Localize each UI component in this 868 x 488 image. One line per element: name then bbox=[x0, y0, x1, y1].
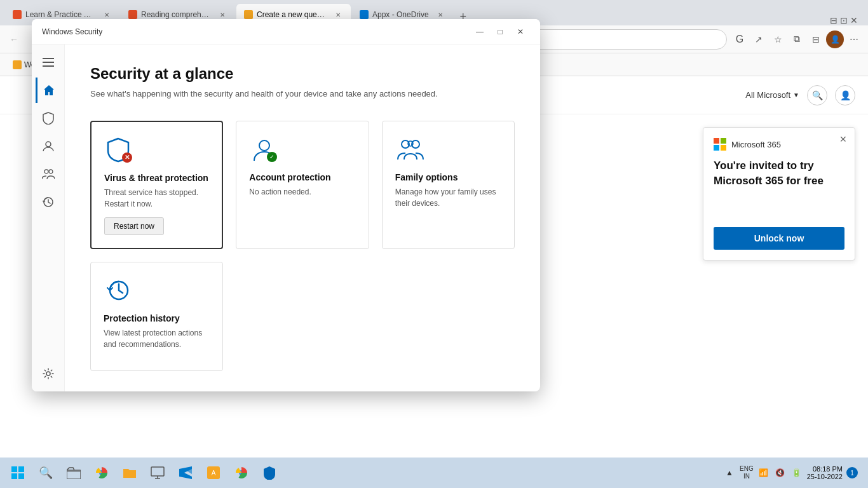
microsoft-logo-grid bbox=[714, 138, 726, 151]
svg-rect-2 bbox=[43, 65, 54, 67]
monitor-icon bbox=[151, 466, 165, 479]
tab-close-3[interactable]: ✕ bbox=[333, 10, 343, 20]
windows-security-dialog: Windows Security — □ ✕ bbox=[32, 19, 540, 391]
taskbar-file-manager[interactable] bbox=[61, 460, 86, 485]
sidebar-menu-button[interactable] bbox=[36, 50, 61, 75]
tab-favicon-3 bbox=[244, 10, 253, 19]
profile-sidebar-icon[interactable]: ⊟ bbox=[807, 30, 825, 48]
svg-rect-14 bbox=[18, 466, 24, 472]
tray-battery-icon[interactable]: 🔋 bbox=[790, 466, 803, 479]
taskbar-file-explorer-2[interactable] bbox=[117, 460, 142, 485]
account-card-description: No action needed. bbox=[249, 186, 355, 198]
svg-rect-1 bbox=[43, 62, 54, 63]
back-button[interactable]: ← bbox=[5, 30, 23, 48]
svg-rect-13 bbox=[11, 466, 17, 472]
start-button[interactable] bbox=[5, 460, 31, 485]
tab-close-4[interactable]: ✕ bbox=[435, 10, 445, 20]
tab-label-4: Appx - OneDrive bbox=[372, 10, 429, 19]
tab-close-2[interactable]: ✕ bbox=[217, 10, 227, 20]
toolbar-actions: G ↗ ☆ ⧉ ⊟ 👤 ⋯ bbox=[731, 30, 863, 48]
dialog-body: Security at a glance See what's happenin… bbox=[32, 44, 540, 391]
tab-favicon-4 bbox=[360, 10, 369, 19]
tray-volume-icon[interactable]: 🔇 bbox=[774, 466, 787, 479]
all-microsoft-nav[interactable]: All Microsoft ▼ bbox=[745, 90, 799, 100]
ms-logo-sq-green bbox=[721, 138, 726, 144]
app-yellow-icon: A bbox=[207, 466, 220, 479]
file-manager-icon bbox=[67, 466, 81, 479]
dialog-maximize-button[interactable]: □ bbox=[491, 24, 510, 39]
bookmark-icon[interactable]: ☆ bbox=[769, 30, 787, 48]
account-icon-wrap: ✓ bbox=[252, 137, 277, 162]
shield-icon-wrap: ✕ bbox=[107, 137, 132, 163]
virus-threat-card[interactable]: ✕ Virus & threat protection Threat servi… bbox=[90, 121, 223, 249]
tab-favicon-2 bbox=[128, 10, 137, 19]
ms-logo-sq-red bbox=[714, 138, 719, 144]
user-profile-icon[interactable]: 👤 bbox=[826, 30, 844, 48]
check-badge: ✓ bbox=[267, 152, 277, 162]
svg-point-8 bbox=[259, 140, 269, 151]
dialog-minimize-button[interactable]: — bbox=[470, 24, 489, 39]
taskbar-chrome-2[interactable] bbox=[229, 460, 254, 485]
tray-wifi-icon[interactable]: 📶 bbox=[757, 466, 770, 479]
protection-history-card[interactable]: Protection history View latest protectio… bbox=[90, 262, 223, 371]
bookmark-folder-icon-1 bbox=[13, 60, 22, 69]
taskbar-security-app[interactable] bbox=[257, 460, 282, 485]
account-protection-card[interactable]: ✓ Account protection No action needed. bbox=[236, 121, 369, 249]
ms-user-button[interactable]: 👤 bbox=[835, 85, 855, 105]
ms-logo-sq-blue bbox=[714, 145, 719, 151]
sidebar-settings-button[interactable] bbox=[36, 361, 61, 386]
account-card-icon: ✓ bbox=[249, 134, 280, 165]
virus-card-icon: ✕ bbox=[104, 135, 135, 165]
account-card-title: Account protection bbox=[249, 172, 355, 182]
taskbar-monitor[interactable] bbox=[145, 460, 170, 485]
taskbar-app-yellow[interactable]: A bbox=[201, 460, 226, 485]
notification-badge[interactable]: 1 bbox=[846, 467, 858, 478]
sidebar-history-button[interactable] bbox=[36, 189, 61, 215]
clock-time: 08:18 PM bbox=[807, 465, 843, 473]
unlock-now-button[interactable]: Unlock now bbox=[714, 227, 844, 250]
tray-language: ENG IN bbox=[740, 465, 754, 480]
taskbar-search-button[interactable]: 🔍 bbox=[33, 460, 58, 485]
svg-point-5 bbox=[49, 170, 53, 173]
svg-text:A: A bbox=[212, 470, 216, 477]
tray-clock[interactable]: 08:18 PM 25-10-2022 bbox=[807, 465, 843, 480]
sidebar-account-button[interactable] bbox=[36, 133, 61, 159]
taskbar-chrome[interactable] bbox=[89, 460, 114, 485]
dialog-controls: — □ ✕ bbox=[470, 24, 530, 39]
page-subtitle: See what's happening with the security a… bbox=[90, 88, 515, 100]
family-icon bbox=[395, 137, 426, 162]
close-browser[interactable]: ✕ bbox=[850, 15, 858, 25]
tab-label-3: Create a new question or start a bbox=[257, 10, 327, 19]
share-icon[interactable]: ↗ bbox=[750, 30, 768, 48]
sidebar-home-button[interactable] bbox=[36, 78, 61, 103]
svg-point-7 bbox=[46, 372, 50, 376]
google-icon[interactable]: G bbox=[731, 30, 749, 48]
m365-logo: Microsoft 365 bbox=[714, 138, 844, 151]
all-microsoft-label: All Microsoft bbox=[745, 90, 790, 100]
tray-show-hidden[interactable]: ▲ bbox=[723, 466, 736, 479]
taskbar: 🔍 A bbox=[0, 458, 868, 488]
extensions-icon[interactable]: ⧉ bbox=[788, 30, 806, 48]
dialog-close-button[interactable]: ✕ bbox=[511, 24, 530, 39]
page-title: Security at a glance bbox=[90, 65, 515, 83]
dialog-titlebar: Windows Security — □ ✕ bbox=[32, 19, 540, 44]
maximize-browser[interactable]: ⊡ bbox=[840, 15, 848, 25]
windows-logo-icon bbox=[11, 466, 24, 479]
m365-close-button[interactable]: ✕ bbox=[837, 133, 850, 146]
family-options-card[interactable]: Family options Manage how your family us… bbox=[382, 121, 515, 249]
menu-icon[interactable]: ⋯ bbox=[845, 30, 863, 48]
sidebar-family-button[interactable] bbox=[36, 161, 61, 187]
ms-search-button[interactable]: 🔍 bbox=[807, 85, 827, 105]
tab-close-1[interactable]: ✕ bbox=[102, 10, 112, 20]
restart-now-button[interactable]: Restart now bbox=[104, 217, 164, 235]
vscode-icon bbox=[179, 466, 192, 479]
bottom-row: Protection history View latest protectio… bbox=[90, 262, 515, 371]
taskbar-vscode[interactable] bbox=[173, 460, 198, 485]
minimize-browser[interactable]: ⊟ bbox=[830, 15, 837, 25]
clock-date: 25-10-2022 bbox=[807, 473, 843, 480]
ms-logo-sq-yellow bbox=[721, 145, 726, 151]
m365-promo-card: ✕ Microsoft 365 You're invited to try Mi… bbox=[703, 127, 855, 261]
security-taskbar-icon bbox=[263, 466, 276, 480]
sidebar-shield-button[interactable] bbox=[36, 105, 61, 131]
history-card-title: Protection history bbox=[104, 313, 210, 323]
